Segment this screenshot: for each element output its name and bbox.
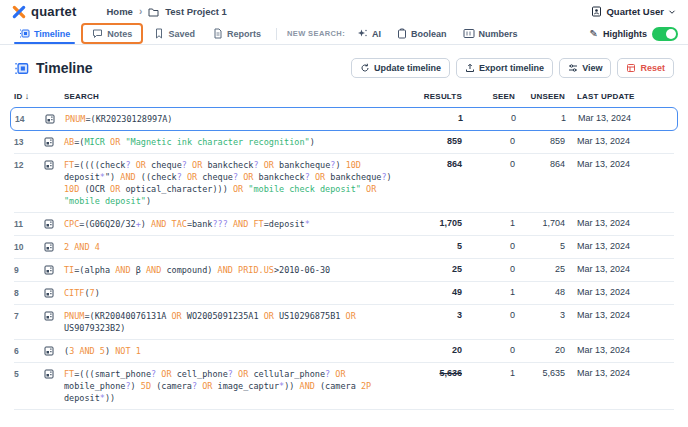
last-update-value: Mar 13, 2024 (577, 159, 674, 169)
unseen-value: 5,635 (515, 368, 565, 378)
new-search-boolean[interactable]: Boolean (389, 23, 455, 44)
table-row[interactable]: 13AB=(MICR OR "Magnetic ink character re… (14, 131, 674, 154)
search-query[interactable]: AB=(MICR OR "Magnetic ink character reco… (64, 136, 394, 148)
query-segment: ? (253, 160, 258, 170)
column-search[interactable]: SEARCH (64, 92, 394, 101)
numbers-grid-icon (463, 28, 475, 39)
search-type-icon[interactable] (44, 345, 64, 356)
last-update-value: Mar 13, 2024 (577, 287, 674, 297)
search-query[interactable]: CITF(7) (64, 287, 394, 299)
last-update-value: Mar 13, 2024 (577, 136, 674, 146)
query-segment: CITF (64, 288, 84, 298)
unseen-value: 48 (515, 287, 565, 297)
last-update-value: Mar 13, 2024 (577, 345, 674, 355)
column-results[interactable]: RESULTS (394, 92, 462, 101)
query-segment: ??? (212, 219, 227, 229)
query-segment: ) (141, 219, 151, 229)
table-row[interactable]: 5FT=(((smart_phone? OR cell_phone? OR ce… (14, 363, 674, 410)
query-segment: US10296875B1 (274, 311, 346, 321)
last-update-value: Mar 13, 2024 (577, 218, 674, 228)
button-label: View (582, 63, 602, 73)
table-row[interactable]: 102 AND 4505Mar 13, 2024 (14, 236, 674, 259)
search-query[interactable]: PNUM=(KR20040076131A OR WO2005091235A1 O… (64, 310, 394, 334)
search-query[interactable]: TI=(alpha AND β AND compound) AND PRID.U… (64, 264, 394, 276)
view-button[interactable]: View (559, 58, 611, 78)
last-update-value: Mar 13, 2024 (577, 368, 674, 378)
search-type-icon[interactable] (44, 218, 64, 229)
search-type-icon[interactable] (44, 287, 64, 298)
table-row[interactable]: 9TI=(alpha AND β AND compound) AND PRID.… (14, 259, 674, 282)
new-search-numbers[interactable]: Numbers (455, 23, 526, 44)
tab-saved[interactable]: Saved (145, 23, 204, 44)
query-segment: bankcheck (202, 160, 253, 170)
search-type-icon[interactable] (44, 368, 64, 379)
query-segment: deposit (64, 172, 100, 182)
search-query[interactable]: 2 AND 4 (64, 241, 394, 253)
brand[interactable]: quartet (12, 4, 76, 19)
export-timeline-button[interactable]: Export timeline (456, 58, 553, 78)
column-last-update[interactable]: LAST UPDATE (577, 92, 674, 101)
query-segment: ? (125, 160, 130, 170)
row-id: 12 (14, 159, 44, 170)
sort-desc-icon[interactable]: ↓ (25, 91, 30, 101)
results-value: 5,636 (394, 368, 462, 378)
tab-notes[interactable]: Notes (83, 25, 141, 42)
seen-value: 1 (462, 287, 515, 297)
query-segment: ((check (136, 172, 177, 182)
table-row[interactable]: 12FT=((((check? OR cheque? OR bankcheck?… (14, 154, 674, 213)
query-segment: * (305, 219, 310, 229)
breadcrumb-home[interactable]: Home (106, 6, 132, 17)
quartet-logo-icon (12, 5, 26, 19)
query-segment: cell_phone (172, 369, 228, 379)
query-segment: bankcheque (325, 172, 381, 182)
last-update-value: Mar 13, 2024 (577, 264, 674, 274)
query-segment: =bank (187, 219, 213, 229)
query-segment: "Magnetic ink character recognition" (125, 137, 309, 147)
query-segment: AND (120, 172, 135, 182)
search-type-icon[interactable] (44, 264, 64, 275)
button-label: Reset (640, 63, 665, 73)
row-id: 14 (15, 113, 45, 124)
search-type-icon[interactable] (44, 159, 64, 170)
table-row[interactable]: 11CPC=(G06Q20/32+) AND TAC=bank??? AND F… (14, 213, 674, 236)
user-menu[interactable]: Quartet User (591, 6, 676, 17)
query-segment: AND (218, 265, 233, 275)
search-type-icon[interactable] (44, 241, 64, 252)
query-segment: WO2005091235A1 (182, 311, 264, 321)
table-row[interactable]: 8CITF(7)49148Mar 13, 2024 (14, 282, 674, 305)
reset-button[interactable]: Reset (617, 58, 674, 78)
breadcrumb-project[interactable]: Test Project 1 (165, 6, 227, 17)
column-id[interactable]: ID ↓ (14, 91, 44, 101)
table-body: 14PNUM=(KR20230128997A)101Mar 13, 202413… (14, 107, 674, 410)
update-timeline-button[interactable]: Update timeline (351, 58, 450, 78)
tab-timeline[interactable]: Timeline (10, 23, 79, 44)
query-segment: image_captur (213, 381, 280, 391)
new-search-ai[interactable]: AI (349, 23, 389, 44)
highlights-toggle[interactable] (652, 27, 678, 41)
search-type-icon[interactable] (44, 136, 64, 147)
search-query[interactable]: (3 AND 5) NOT 1 (64, 345, 394, 357)
row-id: 11 (14, 218, 44, 229)
search-query[interactable]: CPC=(G06Q20/32+) AND TAC=bank??? AND FT=… (64, 218, 394, 230)
search-query[interactable]: FT=((((check? OR cheque? OR bankcheck? O… (64, 159, 394, 207)
new-search-option-label: AI (372, 29, 381, 39)
tab-label: Reports (227, 29, 261, 39)
search-query[interactable]: PNUM=(KR20230128997A) (65, 113, 395, 125)
query-segment: compound) (161, 265, 217, 275)
table-row[interactable]: 14PNUM=(KR20230128997A)101Mar 13, 2024 (10, 107, 678, 131)
breadcrumb-separator-icon: › (139, 6, 142, 17)
query-segment: CPC (64, 219, 79, 229)
last-update-value: Mar 13, 2024 (577, 241, 674, 251)
tab-reports[interactable]: Reports (204, 23, 270, 44)
search-query[interactable]: FT=(((smart_phone? OR cell_phone? OR cel… (64, 368, 394, 404)
last-update-value: Mar 13, 2024 (578, 113, 675, 123)
column-unseen[interactable]: UNSEEN (515, 92, 565, 101)
query-segment: TI (64, 265, 74, 275)
unseen-value: 25 (515, 264, 565, 274)
search-type-icon[interactable] (45, 113, 65, 124)
table-row[interactable]: 6(3 AND 5) NOT 120020Mar 13, 2024 (14, 340, 674, 363)
column-seen[interactable]: SEEN (462, 92, 515, 101)
search-type-icon[interactable] (44, 310, 64, 321)
table-row[interactable]: 7PNUM=(KR20040076131A OR WO2005091235A1 … (14, 305, 674, 340)
query-segment: PRID.US (238, 265, 274, 275)
